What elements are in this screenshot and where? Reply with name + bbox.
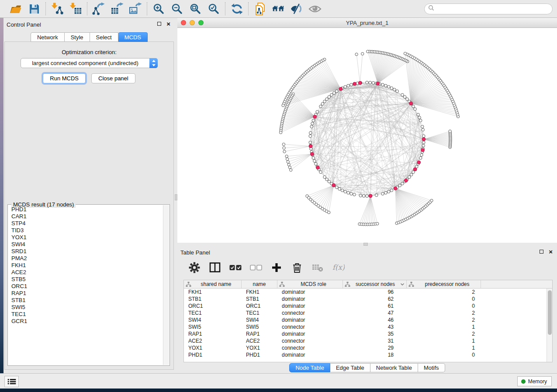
graph-node[interactable] xyxy=(319,171,322,174)
close-window-icon[interactable] xyxy=(181,20,186,25)
mcds-dominator-node[interactable] xyxy=(394,187,397,190)
graph-node[interactable] xyxy=(341,189,344,192)
node-table[interactable]: shared namenameMCDS rolesuccessor nodesp… xyxy=(183,280,553,362)
criterion-select[interactable]: largest connected component (undirected) xyxy=(21,58,158,68)
graph-node[interactable] xyxy=(401,182,404,185)
graph-node[interactable] xyxy=(419,119,422,122)
export-table-icon[interactable] xyxy=(111,2,124,15)
mcds-dominator-node[interactable] xyxy=(316,166,320,169)
float-panel-icon[interactable] xyxy=(157,22,161,26)
table-row[interactable]: FKH1FKH1dominator962 xyxy=(184,289,552,296)
table-scrollbar-thumb[interactable] xyxy=(548,290,552,335)
export-network-icon[interactable] xyxy=(92,2,105,15)
clone-network-icon[interactable] xyxy=(253,2,266,15)
graph-node[interactable] xyxy=(417,113,420,116)
graph-node[interactable] xyxy=(361,52,364,55)
search-input[interactable] xyxy=(436,6,549,12)
graph-node[interactable] xyxy=(325,178,329,181)
mcds-result-item[interactable]: PMA2 xyxy=(11,255,163,262)
graph-node[interactable] xyxy=(312,157,315,160)
graph-node[interactable] xyxy=(336,90,339,93)
zoom-in-icon[interactable] xyxy=(152,2,165,15)
horizontal-splitter[interactable] xyxy=(177,243,557,246)
tab-motifs[interactable]: Motifs xyxy=(418,363,445,372)
column-header-MCDS-role[interactable]: MCDS role xyxy=(277,280,343,288)
mcds-dominator-node[interactable] xyxy=(332,183,336,187)
import-network-icon[interactable] xyxy=(51,2,64,15)
import-table-icon[interactable] xyxy=(69,2,82,15)
graph-node[interactable] xyxy=(367,50,369,53)
graph-node[interactable] xyxy=(422,141,425,144)
graph-node[interactable] xyxy=(328,211,330,213)
graph-node[interactable] xyxy=(344,86,347,89)
task-history-button[interactable] xyxy=(4,376,19,387)
graph-node[interactable] xyxy=(404,52,406,55)
save-session-icon[interactable] xyxy=(28,2,41,15)
graph-node[interactable] xyxy=(282,143,285,145)
graph-node[interactable] xyxy=(406,98,409,101)
graph-node[interactable] xyxy=(375,194,378,197)
table-scrollbar[interactable] xyxy=(547,289,552,362)
table-row[interactable]: TEC1TEC1connector472 xyxy=(184,309,552,316)
table-row[interactable]: ORC1ORC1dominator610 xyxy=(184,303,552,309)
graph-node[interactable] xyxy=(390,87,393,90)
graph-node[interactable] xyxy=(449,130,451,132)
layout-refresh-icon[interactable] xyxy=(230,2,243,15)
graph-node[interactable] xyxy=(418,116,421,119)
mcds-dominator-node[interactable] xyxy=(421,148,425,152)
graph-node[interactable] xyxy=(313,159,316,162)
mcds-result-item[interactable]: CAR1 xyxy=(11,213,163,220)
graph-node[interactable] xyxy=(353,193,356,196)
graph-node[interactable] xyxy=(387,190,390,193)
graph-node[interactable] xyxy=(376,222,379,225)
tab-style[interactable]: Style xyxy=(65,32,90,42)
mcds-dominator-node[interactable] xyxy=(409,102,413,105)
mcds-result-item[interactable]: STB1 xyxy=(11,297,163,304)
graph-node[interactable] xyxy=(282,104,284,107)
close-table-panel-icon[interactable]: × xyxy=(549,250,553,254)
graph-node[interactable] xyxy=(316,110,319,113)
graph-node[interactable] xyxy=(430,199,433,202)
mcds-result-item[interactable]: TEC1 xyxy=(11,311,163,318)
mcds-dominator-node[interactable] xyxy=(358,81,362,85)
horizontal-splitter-handle[interactable] xyxy=(363,243,368,246)
column-header-predecessor-nodes[interactable]: predecessor nodes xyxy=(407,280,481,288)
mcds-dominator-node[interactable] xyxy=(413,168,417,171)
graph-node[interactable] xyxy=(419,157,422,160)
graph-node[interactable] xyxy=(408,175,411,179)
graph-node[interactable] xyxy=(309,141,312,144)
table-row[interactable]: RAP1RAP1dominator352 xyxy=(184,330,552,337)
table-row[interactable]: YOX1YOX1connector291 xyxy=(184,344,552,351)
graph-node[interactable] xyxy=(315,162,318,165)
graph-node[interactable] xyxy=(279,131,282,134)
gear-icon[interactable] xyxy=(188,261,201,274)
mcds-dominator-node[interactable] xyxy=(313,115,317,118)
graph-node[interactable] xyxy=(362,194,365,197)
show-eye-icon[interactable] xyxy=(308,2,322,15)
minimize-window-icon[interactable] xyxy=(190,20,195,25)
open-session-icon[interactable] xyxy=(9,2,22,15)
graph-node[interactable] xyxy=(283,147,285,149)
graph-node[interactable] xyxy=(287,163,290,166)
select-all-icon[interactable] xyxy=(229,261,242,274)
tab-network[interactable]: Network xyxy=(31,32,65,42)
mcds-dominator-node[interactable] xyxy=(422,138,426,141)
graph-node[interactable] xyxy=(323,175,326,179)
zoom-selected-icon[interactable] xyxy=(207,2,220,15)
table-row[interactable]: SWI5SWI5connector431 xyxy=(184,323,552,330)
mcds-result-item[interactable]: GCR1 xyxy=(11,318,163,325)
graph-node[interactable] xyxy=(390,189,393,192)
graph-node[interactable] xyxy=(410,173,413,176)
mcds-result-item[interactable]: SWI5 xyxy=(11,304,163,311)
mcds-result-item[interactable]: PHD1 xyxy=(11,206,163,213)
mcds-dominator-node[interactable] xyxy=(376,82,380,85)
graph-node[interactable] xyxy=(412,171,415,174)
graph-node[interactable] xyxy=(336,186,339,189)
float-table-panel-icon[interactable] xyxy=(540,250,543,254)
column-header-shared-name[interactable]: shared name xyxy=(184,280,242,288)
graph-node[interactable] xyxy=(338,187,341,190)
graph-node[interactable] xyxy=(420,154,423,157)
split-panel-icon[interactable] xyxy=(208,261,221,274)
graph-node[interactable] xyxy=(355,53,358,55)
hide-panel-icon[interactable] xyxy=(290,2,303,15)
